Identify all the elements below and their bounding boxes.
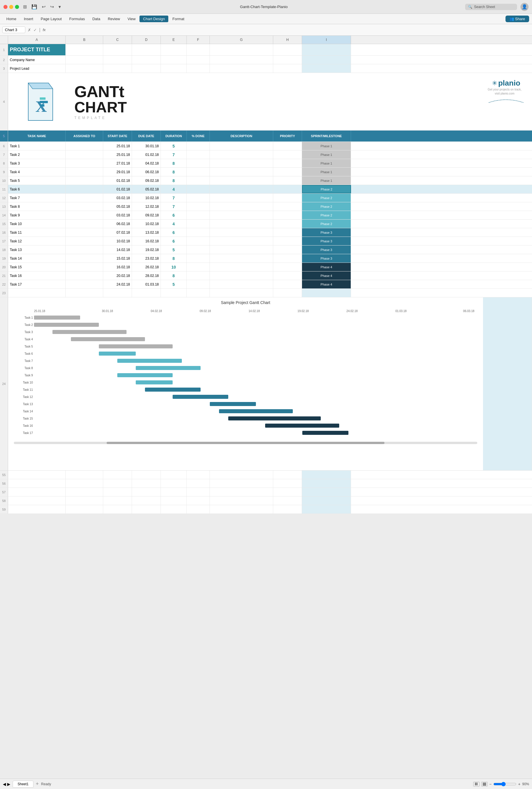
cell-57c[interactable] [103,488,132,496]
header-pct-done[interactable]: % DONE [187,131,210,141]
cell-22b[interactable] [66,280,103,288]
cell-55a[interactable] [8,470,66,479]
cell-24i[interactable] [483,297,532,470]
cell-17e[interactable]: 6 [161,237,187,245]
cell-1f[interactable] [187,44,210,55]
cell-8c[interactable]: 27.01.18 [103,159,132,168]
cell-15a[interactable]: Task 10 [8,219,66,228]
col-header-c[interactable]: C [103,36,132,44]
cell-13i[interactable]: Phase 2 [302,202,351,211]
cell-58c[interactable] [103,497,132,505]
cell-14b[interactable] [66,211,103,219]
cell-11c[interactable]: 01.02.18 [103,185,132,193]
cell-1a[interactable]: PROJECT TITLE [8,44,66,55]
cell-55g[interactable] [210,470,273,479]
add-sheet-button[interactable]: + [36,781,39,787]
cell-11e[interactable]: 4 [161,185,187,193]
cell-1b[interactable] [66,44,103,55]
redo-icon[interactable]: ↪ [49,3,56,10]
cell-23c[interactable] [103,289,132,297]
cell-59f[interactable] [187,505,210,514]
cell-22f[interactable] [187,280,210,288]
cell-23f[interactable] [187,289,210,297]
cell-56b[interactable] [66,479,103,487]
menu-chart-design[interactable]: Chart Design [139,16,168,22]
cell-11f[interactable] [187,185,210,193]
cell-17a[interactable]: Task 12 [8,237,66,245]
cell-59b[interactable] [66,505,103,514]
cell-6i[interactable]: Phase 1 [302,142,351,150]
header-start-date[interactable]: START DATE [103,131,132,141]
cell-23b[interactable] [66,289,103,297]
cell-10c[interactable]: 01.02.18 [103,176,132,185]
cell-23d[interactable] [132,289,161,297]
zoom-out-btn[interactable]: − [489,782,492,786]
cell-11i[interactable]: Phase 2 [302,185,351,193]
cell-59i[interactable] [302,505,351,514]
cell-22a[interactable]: Task 17 [8,280,66,288]
cell-20g[interactable] [210,263,273,271]
col-header-h[interactable]: H [273,36,302,44]
header-description[interactable]: DESCRIPTION [210,131,273,141]
cell-20d[interactable]: 26.02.18 [132,263,161,271]
cell-8h[interactable] [273,159,302,168]
cell-58e[interactable] [161,497,187,505]
cell-57d[interactable] [132,488,161,496]
cell-10e[interactable]: 8 [161,176,187,185]
cell-21a[interactable]: Task 16 [8,271,66,280]
cell-22g[interactable] [210,280,273,288]
header-due-date[interactable]: DUE DATE [132,131,161,141]
cell-17h[interactable] [273,237,302,245]
more-icon[interactable]: ▾ [57,3,62,10]
cell-6a[interactable]: Task 1 [8,142,66,150]
cell-1i[interactable] [302,44,351,55]
cell-13f[interactable] [187,202,210,211]
cell-55h[interactable] [273,470,302,479]
cell-2c[interactable] [103,56,132,64]
cell-18a[interactable]: Task 13 [8,246,66,254]
sheet-tab-1[interactable]: Sheet1 [13,781,34,788]
minimize-button[interactable] [9,5,13,9]
cell-12a[interactable]: Task 7 [8,194,66,202]
cell-7c[interactable]: 25.01.18 [103,150,132,159]
cell-17c[interactable]: 10.02.18 [103,237,132,245]
cell-12h[interactable] [273,194,302,202]
cell-8f[interactable] [187,159,210,168]
list-view-icon[interactable] [481,782,488,786]
cell-1d[interactable] [132,44,161,55]
cell-18f[interactable] [187,246,210,254]
cell-11a[interactable]: Task 6 [8,185,66,193]
menu-view[interactable]: View [124,16,139,22]
cell-12d[interactable]: 10.02.18 [132,194,161,202]
cell-17b[interactable] [66,237,103,245]
cell-20i[interactable]: Phase 4 [302,263,351,271]
cell-22e[interactable]: 5 [161,280,187,288]
cell-13g[interactable] [210,202,273,211]
cell-3c[interactable] [103,64,132,73]
close-button[interactable] [3,5,7,9]
cell-55d[interactable] [132,470,161,479]
save-icon[interactable]: 💾 [30,3,39,10]
cell-15f[interactable] [187,219,210,228]
menu-home[interactable]: Home [3,16,20,22]
cell-14d[interactable]: 09.02.18 [132,211,161,219]
cell-22d[interactable]: 01.03.18 [132,280,161,288]
col-header-b[interactable]: B [66,36,103,44]
cell-8a[interactable]: Task 3 [8,159,66,168]
cell-7h[interactable] [273,150,302,159]
header-sprint[interactable]: SPRINT/MILESTONE [302,131,351,141]
cell-55i[interactable] [302,470,351,479]
cell-19h[interactable] [273,254,302,263]
col-header-i[interactable]: I [302,36,351,44]
cell-55e[interactable] [161,470,187,479]
zoom-in-btn[interactable]: + [518,782,520,786]
cell-16i[interactable]: Phase 3 [302,228,351,236]
menu-formulas[interactable]: Formulas [66,16,88,22]
cell-19d[interactable]: 23.02.18 [132,254,161,263]
cell-21e[interactable]: 8 [161,271,187,280]
cell-8e[interactable]: 8 [161,159,187,168]
cell-56c[interactable] [103,479,132,487]
cell-7e[interactable]: 7 [161,150,187,159]
cell-59d[interactable] [132,505,161,514]
cell-1c[interactable] [103,44,132,55]
